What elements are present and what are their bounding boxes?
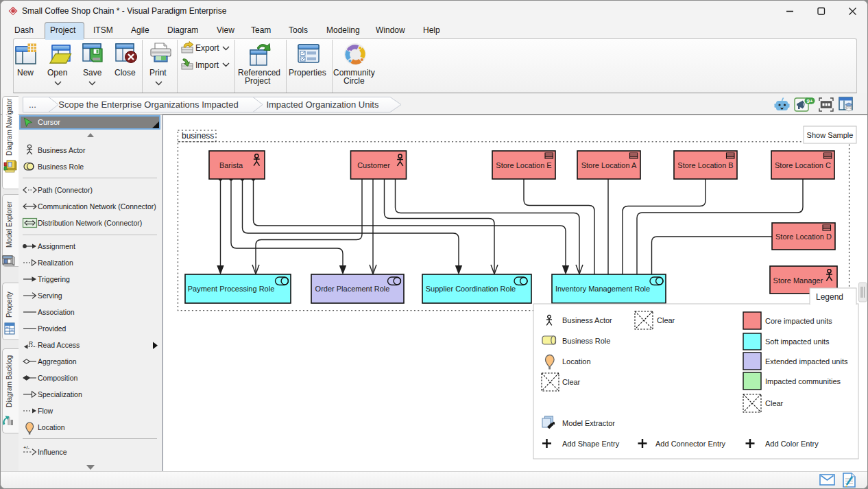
svg-text:Legend: Legend xyxy=(816,292,843,302)
svg-text:Supplier Coordination Role: Supplier Coordination Role xyxy=(426,285,516,293)
svg-text:Assignment: Assignment xyxy=(38,242,75,250)
svg-text:Store Manager: Store Manager xyxy=(773,276,823,285)
svg-text:Location: Location xyxy=(38,423,65,431)
svg-text:Add Shape Entry: Add Shape Entry xyxy=(562,440,620,448)
svg-text:Payment Processing Role: Payment Processing Role xyxy=(188,285,275,293)
svg-text:Customer: Customer xyxy=(357,161,390,169)
svg-text:Communication Network (Connect: Communication Network (Connector) xyxy=(38,202,156,211)
svg-text:Store Location A: Store Location A xyxy=(581,161,637,169)
svg-text:Store Location B: Store Location B xyxy=(677,161,733,169)
svg-text:Model Extractor: Model Extractor xyxy=(562,419,615,427)
svg-text:Path (Connector): Path (Connector) xyxy=(38,186,93,194)
svg-text:Clear: Clear xyxy=(657,316,675,324)
svg-text:Extended impacted units: Extended impacted units xyxy=(765,357,848,366)
svg-text:Clear: Clear xyxy=(765,399,784,407)
svg-text:Barista: Barista xyxy=(219,161,243,169)
svg-text:Business Role: Business Role xyxy=(562,337,610,345)
svg-text:+/-: +/- xyxy=(23,444,29,451)
svg-text:Scope the Enterprise Organizat: Scope the Enterprise Organizations Impac… xyxy=(58,99,238,110)
svg-text:Impacted communities: Impacted communities xyxy=(765,377,841,385)
svg-text:Show Sample: Show Sample xyxy=(807,131,854,139)
svg-text:Core impacted units: Core impacted units xyxy=(765,317,832,325)
svg-text:Add Connector Entry: Add Connector Entry xyxy=(655,440,726,448)
svg-text:Influence: Influence xyxy=(38,448,67,456)
svg-text:business: business xyxy=(182,131,214,141)
svg-text:...: ... xyxy=(29,99,36,110)
svg-text:Read Access: Read Access xyxy=(38,341,80,349)
svg-text:Distribution Network (Connecto: Distribution Network (Connector) xyxy=(38,219,142,227)
svg-text:Impacted Organization Units: Impacted Organization Units xyxy=(266,99,379,110)
svg-text:Add Color Entry: Add Color Entry xyxy=(765,440,819,448)
svg-text:Triggering: Triggering xyxy=(38,275,70,283)
svg-text:Clear: Clear xyxy=(562,378,581,386)
svg-text:Realization: Realization xyxy=(38,259,73,267)
svg-text:9+: 9+ xyxy=(806,98,812,104)
svg-text:Store Location D: Store Location D xyxy=(775,232,832,241)
svg-text:Business Role: Business Role xyxy=(38,163,84,171)
svg-text:Composition: Composition xyxy=(38,374,78,382)
svg-text:Inventory Management Role: Inventory Management Role xyxy=(555,285,650,293)
svg-text:Soft impacted units: Soft impacted units xyxy=(765,337,830,346)
svg-text:Location: Location xyxy=(562,357,591,366)
svg-text:Association: Association xyxy=(38,308,75,316)
svg-text:Store Location C: Store Location C xyxy=(775,161,831,169)
svg-text:Provided: Provided xyxy=(38,324,67,333)
svg-text:Business Actor: Business Actor xyxy=(562,316,612,324)
svg-text:Specialization: Specialization xyxy=(38,390,82,398)
svg-text:R: R xyxy=(29,340,33,347)
svg-text:Store Location E: Store Location E xyxy=(496,161,551,169)
svg-text:Aggregation: Aggregation xyxy=(38,357,77,366)
svg-text:Serving: Serving xyxy=(38,291,62,300)
svg-text:Flow: Flow xyxy=(38,407,53,415)
svg-text:Business Actor: Business Actor xyxy=(38,146,86,154)
svg-text:Order Placement Role: Order Placement Role xyxy=(315,285,390,293)
